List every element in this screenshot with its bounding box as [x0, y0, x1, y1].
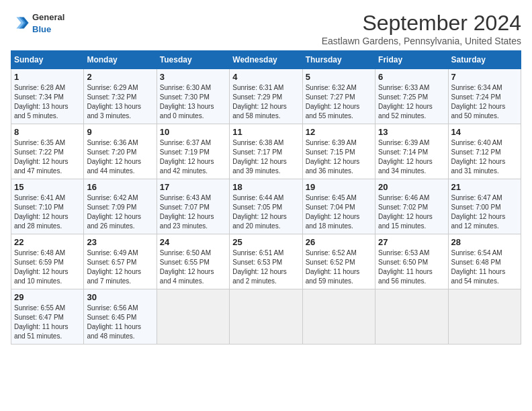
day-number: 23: [87, 237, 153, 247]
calendar-cell: 18Sunrise: 6:44 AM Sunset: 7:05 PM Dayli…: [230, 179, 302, 234]
calendar-cell: 4Sunrise: 6:31 AM Sunset: 7:29 PM Daylig…: [230, 69, 302, 124]
day-info: Sunrise: 6:55 AM Sunset: 6:47 PM Dayligh…: [14, 304, 81, 341]
day-number: 5: [306, 72, 372, 82]
logo-general-text: General Blue: [32, 11, 64, 35]
day-info: Sunrise: 6:53 AM Sunset: 6:50 PM Dayligh…: [378, 248, 445, 286]
logo-icon: [11, 13, 30, 32]
logo: General Blue: [11, 11, 64, 35]
calendar-cell: [448, 289, 521, 345]
day-number: 18: [232, 182, 299, 192]
day-info: Sunrise: 6:49 AM Sunset: 6:57 PM Dayligh…: [87, 248, 153, 286]
calendar-cell: 3Sunrise: 6:30 AM Sunset: 7:30 PM Daylig…: [157, 69, 229, 124]
dow-header-friday: Friday: [375, 51, 448, 69]
day-info: Sunrise: 6:31 AM Sunset: 7:29 PM Dayligh…: [232, 83, 299, 121]
calendar-cell: [302, 289, 375, 345]
calendar-cell: 14Sunrise: 6:40 AM Sunset: 7:12 PM Dayli…: [448, 124, 521, 179]
day-number: 10: [160, 127, 226, 137]
day-info: Sunrise: 6:47 AM Sunset: 7:00 PM Dayligh…: [451, 193, 518, 231]
day-info: Sunrise: 6:35 AM Sunset: 7:22 PM Dayligh…: [14, 138, 81, 176]
day-number: 1: [14, 72, 81, 82]
calendar-cell: 29Sunrise: 6:55 AM Sunset: 6:47 PM Dayli…: [11, 289, 84, 345]
calendar-cell: [375, 289, 448, 345]
day-number: 6: [378, 72, 445, 82]
day-number: 12: [306, 127, 372, 137]
dow-header-wednesday: Wednesday: [230, 51, 302, 69]
day-number: 11: [232, 127, 299, 137]
calendar-cell: 27Sunrise: 6:53 AM Sunset: 6:50 PM Dayli…: [375, 234, 448, 289]
day-info: Sunrise: 6:37 AM Sunset: 7:19 PM Dayligh…: [160, 138, 226, 176]
day-info: Sunrise: 6:52 AM Sunset: 6:52 PM Dayligh…: [306, 248, 372, 286]
day-info: Sunrise: 6:50 AM Sunset: 6:55 PM Dayligh…: [160, 248, 226, 286]
calendar-cell: 7Sunrise: 6:34 AM Sunset: 7:24 PM Daylig…: [448, 69, 521, 124]
day-number: 15: [14, 182, 81, 192]
calendar-cell: 8Sunrise: 6:35 AM Sunset: 7:22 PM Daylig…: [11, 124, 84, 179]
calendar-cell: 5Sunrise: 6:32 AM Sunset: 7:27 PM Daylig…: [302, 69, 375, 124]
day-info: Sunrise: 6:56 AM Sunset: 6:45 PM Dayligh…: [87, 304, 153, 341]
day-number: 16: [87, 182, 153, 192]
day-number: 28: [451, 237, 518, 247]
day-info: Sunrise: 6:28 AM Sunset: 7:34 PM Dayligh…: [14, 83, 81, 121]
day-info: Sunrise: 6:29 AM Sunset: 7:32 PM Dayligh…: [87, 83, 153, 121]
day-number: 22: [14, 237, 81, 247]
calendar-cell: 15Sunrise: 6:41 AM Sunset: 7:10 PM Dayli…: [11, 179, 84, 234]
day-number: 3: [160, 72, 226, 82]
day-number: 25: [232, 237, 299, 247]
calendar-cell: 26Sunrise: 6:52 AM Sunset: 6:52 PM Dayli…: [302, 234, 375, 289]
day-number: 19: [306, 182, 372, 192]
day-info: Sunrise: 6:51 AM Sunset: 6:53 PM Dayligh…: [232, 248, 299, 286]
day-info: Sunrise: 6:30 AM Sunset: 7:30 PM Dayligh…: [160, 83, 226, 121]
day-info: Sunrise: 6:32 AM Sunset: 7:27 PM Dayligh…: [306, 83, 372, 121]
calendar-cell: 24Sunrise: 6:50 AM Sunset: 6:55 PM Dayli…: [157, 234, 229, 289]
title-section: September 2024 Eastlawn Gardens, Pennsyl…: [322, 11, 521, 46]
day-info: Sunrise: 6:45 AM Sunset: 7:04 PM Dayligh…: [306, 193, 372, 231]
calendar-cell: 12Sunrise: 6:39 AM Sunset: 7:15 PM Dayli…: [302, 124, 375, 179]
calendar-cell: 22Sunrise: 6:48 AM Sunset: 6:59 PM Dayli…: [11, 234, 84, 289]
dow-header-thursday: Thursday: [302, 51, 375, 69]
day-number: 14: [451, 127, 518, 137]
day-info: Sunrise: 6:41 AM Sunset: 7:10 PM Dayligh…: [14, 193, 81, 231]
day-number: 24: [160, 237, 226, 247]
calendar-cell: 6Sunrise: 6:33 AM Sunset: 7:25 PM Daylig…: [375, 69, 448, 124]
dow-header-monday: Monday: [84, 51, 157, 69]
month-title: September 2024: [322, 11, 521, 36]
calendar-cell: 19Sunrise: 6:45 AM Sunset: 7:04 PM Dayli…: [302, 179, 375, 234]
day-info: Sunrise: 6:48 AM Sunset: 6:59 PM Dayligh…: [14, 248, 81, 286]
day-number: 13: [378, 127, 445, 137]
day-info: Sunrise: 6:40 AM Sunset: 7:12 PM Dayligh…: [451, 138, 518, 176]
day-info: Sunrise: 6:36 AM Sunset: 7:20 PM Dayligh…: [87, 138, 153, 176]
day-info: Sunrise: 6:38 AM Sunset: 7:17 PM Dayligh…: [232, 138, 299, 176]
day-info: Sunrise: 6:42 AM Sunset: 7:09 PM Dayligh…: [87, 193, 153, 231]
calendar-cell: 13Sunrise: 6:39 AM Sunset: 7:14 PM Dayli…: [375, 124, 448, 179]
calendar-cell: 1Sunrise: 6:28 AM Sunset: 7:34 PM Daylig…: [11, 69, 84, 124]
day-number: 29: [14, 292, 81, 302]
day-number: 4: [232, 72, 299, 82]
calendar-cell: 11Sunrise: 6:38 AM Sunset: 7:17 PM Dayli…: [230, 124, 302, 179]
day-info: Sunrise: 6:34 AM Sunset: 7:24 PM Dayligh…: [451, 83, 518, 121]
day-number: 17: [160, 182, 226, 192]
day-number: 30: [87, 292, 153, 302]
calendar-cell: 16Sunrise: 6:42 AM Sunset: 7:09 PM Dayli…: [84, 179, 157, 234]
calendar-cell: 23Sunrise: 6:49 AM Sunset: 6:57 PM Dayli…: [84, 234, 157, 289]
dow-header-saturday: Saturday: [448, 51, 521, 69]
day-info: Sunrise: 6:39 AM Sunset: 7:14 PM Dayligh…: [378, 138, 445, 176]
day-number: 21: [451, 182, 518, 192]
day-number: 7: [451, 72, 518, 82]
day-number: 26: [306, 237, 372, 247]
dow-header-sunday: Sunday: [11, 51, 84, 69]
calendar-cell: 21Sunrise: 6:47 AM Sunset: 7:00 PM Dayli…: [448, 179, 521, 234]
day-number: 2: [87, 72, 153, 82]
day-info: Sunrise: 6:33 AM Sunset: 7:25 PM Dayligh…: [378, 83, 445, 121]
day-info: Sunrise: 6:54 AM Sunset: 6:48 PM Dayligh…: [451, 248, 518, 286]
day-info: Sunrise: 6:39 AM Sunset: 7:15 PM Dayligh…: [306, 138, 372, 176]
calendar-cell: 9Sunrise: 6:36 AM Sunset: 7:20 PM Daylig…: [84, 124, 157, 179]
location-title: Eastlawn Gardens, Pennsylvania, United S…: [322, 36, 521, 46]
calendar-cell: [230, 289, 302, 345]
day-info: Sunrise: 6:43 AM Sunset: 7:07 PM Dayligh…: [160, 193, 226, 231]
calendar-cell: 10Sunrise: 6:37 AM Sunset: 7:19 PM Dayli…: [157, 124, 229, 179]
calendar-table: SundayMondayTuesdayWednesdayThursdayFrid…: [11, 50, 521, 345]
day-number: 20: [378, 182, 445, 192]
dow-header-tuesday: Tuesday: [157, 51, 229, 69]
calendar-cell: 30Sunrise: 6:56 AM Sunset: 6:45 PM Dayli…: [84, 289, 157, 345]
day-number: 27: [378, 237, 445, 247]
calendar-cell: 28Sunrise: 6:54 AM Sunset: 6:48 PM Dayli…: [448, 234, 521, 289]
